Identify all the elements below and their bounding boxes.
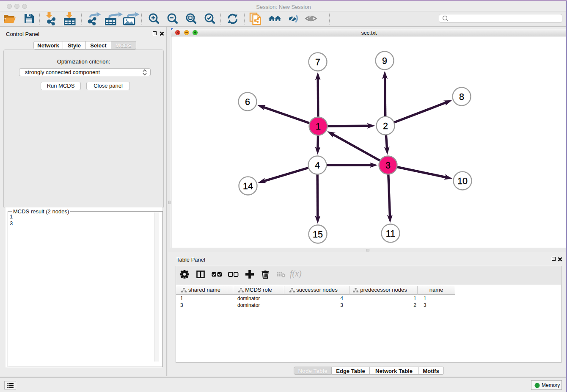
svg-text:f(x): f(x) [290,270,302,279]
svg-text:3: 3 [385,160,391,171]
svg-text:14: 14 [243,181,253,191]
svg-text:4: 4 [315,160,320,171]
svg-text:6: 6 [245,97,250,107]
svg-text:9: 9 [382,56,387,66]
svg-text:7: 7 [315,57,320,67]
svg-text:11: 11 [386,229,395,239]
svg-text:15: 15 [313,229,323,240]
svg-text:2: 2 [383,121,388,131]
svg-text:8: 8 [459,92,464,102]
svg-text:1: 1 [316,121,321,132]
svg-text:10: 10 [457,176,468,186]
